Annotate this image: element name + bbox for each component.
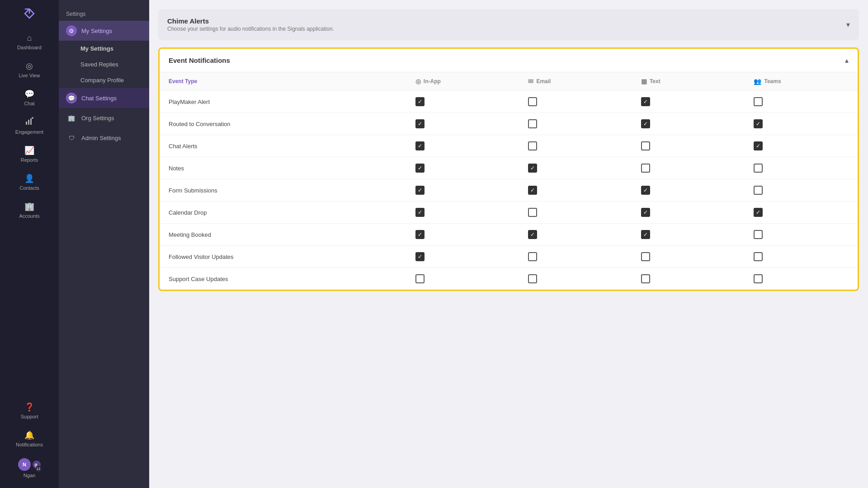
sidebar-item-accounts[interactable]: 🏢 Accounts bbox=[0, 197, 59, 223]
chime-alerts-title: Chime Alerts bbox=[167, 17, 334, 25]
inapp-checkbox-cell: ✓ bbox=[406, 246, 519, 268]
event-type-cell: Calendar Drop bbox=[160, 202, 406, 224]
checkbox[interactable]: ✓ bbox=[641, 186, 650, 195]
checkbox[interactable] bbox=[754, 186, 763, 195]
engagement-icon bbox=[25, 117, 33, 127]
checkbox[interactable] bbox=[528, 119, 537, 128]
sidebar-item-my-settings-sub[interactable]: My Settings bbox=[77, 41, 149, 56]
text-checkbox-cell bbox=[632, 157, 745, 179]
event-type-cell: Notes bbox=[160, 157, 406, 179]
app-logo[interactable] bbox=[21, 5, 38, 22]
email-checkbox-cell: ✓ bbox=[519, 224, 632, 246]
sidebar-item-contacts[interactable]: 👤 Contacts bbox=[0, 169, 59, 195]
sidebar-item-label: Engagement bbox=[15, 129, 43, 135]
email-header-inner: ✉ Email bbox=[528, 78, 623, 85]
notifications-icon: 🔔 bbox=[24, 430, 34, 440]
checkbox[interactable]: ✓ bbox=[754, 141, 763, 150]
sidebar-item-my-settings[interactable]: ⚙ My Settings bbox=[59, 21, 149, 41]
admin-settings-icon: 🛡 bbox=[66, 132, 77, 143]
email-checkbox-cell bbox=[519, 268, 632, 290]
checkbox[interactable]: ✓ bbox=[415, 119, 425, 128]
checkbox[interactable]: ✓ bbox=[528, 186, 537, 195]
inapp-header-label: In-App bbox=[424, 78, 441, 84]
avatar: N bbox=[18, 458, 31, 471]
chat-settings-icon: 💬 bbox=[66, 93, 77, 103]
inapp-checkbox-cell: ✓ bbox=[406, 224, 519, 246]
checkbox[interactable]: ✓ bbox=[641, 230, 650, 239]
sidebar-item-admin-settings[interactable]: 🛡 Admin Settings bbox=[59, 128, 149, 148]
text-header-label: Text bbox=[650, 78, 660, 84]
inapp-checkbox-cell: ✓ bbox=[406, 135, 519, 157]
checkbox[interactable] bbox=[754, 252, 763, 261]
user-avatar-section[interactable]: N g. 11 Ngan bbox=[0, 454, 59, 483]
event-notifications-collapse-icon[interactable]: ▴ bbox=[845, 56, 849, 65]
checkbox[interactable] bbox=[641, 164, 650, 173]
checkbox[interactable]: ✓ bbox=[415, 164, 425, 173]
checkbox[interactable] bbox=[528, 141, 537, 150]
checkbox[interactable] bbox=[415, 274, 425, 283]
checkbox[interactable] bbox=[641, 252, 650, 261]
checkbox[interactable] bbox=[528, 274, 537, 283]
checkbox[interactable]: ✓ bbox=[415, 141, 425, 150]
sidebar-item-support[interactable]: ❓ Support bbox=[0, 398, 59, 424]
sidebar-item-saved-replies[interactable]: Saved Replies bbox=[77, 56, 149, 72]
sidebar-item-live-view[interactable]: ◎ Live View bbox=[0, 56, 59, 83]
checkbox[interactable]: ✓ bbox=[528, 164, 537, 173]
event-type-cell: Chat Alerts bbox=[160, 135, 406, 157]
event-notifications-header: Event Notifications ▴ bbox=[160, 49, 858, 72]
text-checkbox-cell: ✓ bbox=[632, 113, 745, 135]
org-settings-icon: 🏢 bbox=[66, 113, 77, 123]
sidebar-item-reports[interactable]: 📈 Reports bbox=[0, 141, 59, 167]
checkbox[interactable]: ✓ bbox=[754, 208, 763, 217]
checkbox[interactable]: ✓ bbox=[641, 208, 650, 217]
sidebar-item-dashboard[interactable]: ⌂ Dashboard bbox=[0, 29, 59, 55]
sidebar-item-label: Chat Settings bbox=[81, 95, 117, 102]
teams-checkbox-cell: ✓ bbox=[745, 135, 858, 157]
checkbox[interactable] bbox=[754, 97, 763, 106]
event-type-cell: PlayMaker Alert bbox=[160, 91, 406, 113]
checkbox[interactable]: ✓ bbox=[754, 119, 763, 128]
sidebar-item-chat-settings[interactable]: 💬 Chat Settings bbox=[59, 88, 149, 108]
checkbox[interactable] bbox=[528, 208, 537, 217]
checkbox[interactable]: ✓ bbox=[641, 119, 650, 128]
checkbox[interactable] bbox=[528, 252, 537, 261]
checkbox[interactable] bbox=[641, 141, 650, 150]
sidebar-item-org-settings[interactable]: 🏢 Org Settings bbox=[59, 108, 149, 128]
checkbox[interactable] bbox=[528, 97, 537, 106]
checkbox[interactable] bbox=[754, 164, 763, 173]
event-type-column-header: Event Type bbox=[160, 72, 406, 91]
table-row: Notes✓✓ bbox=[160, 157, 858, 179]
sidebar-item-label: My Settings bbox=[80, 45, 113, 52]
checkbox[interactable]: ✓ bbox=[415, 97, 425, 106]
text-checkbox-cell bbox=[632, 246, 745, 268]
email-column-header: ✉ Email bbox=[519, 72, 632, 91]
inapp-checkbox-cell bbox=[406, 268, 519, 290]
checkbox[interactable]: ✓ bbox=[415, 230, 425, 239]
email-checkbox-cell bbox=[519, 135, 632, 157]
teams-checkbox-cell bbox=[745, 91, 858, 113]
teams-header-label: Teams bbox=[764, 78, 781, 84]
chime-chevron-icon: ▾ bbox=[846, 20, 850, 29]
checkbox[interactable] bbox=[754, 230, 763, 239]
table-row: Support Case Updates bbox=[160, 268, 858, 290]
sidebar-item-chat[interactable]: 💬 Chat bbox=[0, 84, 59, 111]
notification-count-badge: 11 bbox=[35, 465, 42, 472]
checkbox[interactable] bbox=[754, 274, 763, 283]
checkbox[interactable]: ✓ bbox=[415, 252, 425, 261]
teams-checkbox-cell bbox=[745, 268, 858, 290]
inapp-checkbox-cell: ✓ bbox=[406, 202, 519, 224]
sidebar-item-engagement[interactable]: Engagement bbox=[0, 113, 59, 139]
table-row: Routed to Conversation✓✓✓ bbox=[160, 113, 858, 135]
text-column-header: ▦ Text bbox=[632, 72, 745, 91]
chime-alerts-card[interactable]: Chime Alerts Choose your settings for au… bbox=[158, 9, 859, 40]
checkbox[interactable] bbox=[641, 274, 650, 283]
dashboard-icon: ⌂ bbox=[27, 33, 32, 43]
checkbox[interactable]: ✓ bbox=[415, 186, 425, 195]
checkbox[interactable]: ✓ bbox=[415, 208, 425, 217]
sidebar-item-label: Live View bbox=[19, 73, 40, 78]
sidebar-item-company-profile[interactable]: Company Profile bbox=[77, 72, 149, 88]
sidebar-item-notifications[interactable]: 🔔 Notifications bbox=[0, 426, 59, 452]
table-row: Form Submissions✓✓✓ bbox=[160, 179, 858, 202]
checkbox[interactable]: ✓ bbox=[528, 230, 537, 239]
checkbox[interactable]: ✓ bbox=[641, 97, 650, 106]
